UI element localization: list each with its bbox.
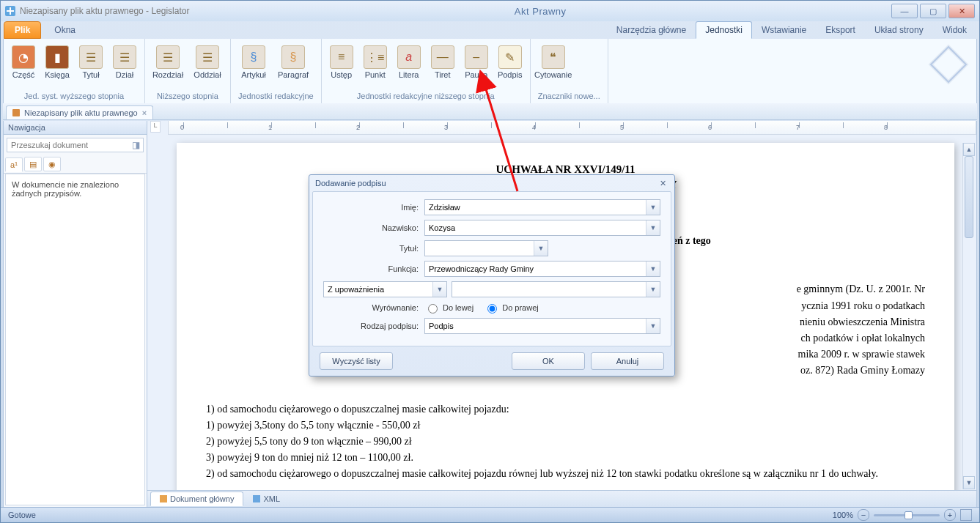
zoom-slider[interactable] (874, 514, 940, 516)
btn-oddzial[interactable]: ☰Oddział (189, 43, 226, 81)
btn-cytowanie[interactable]: ❝Cytowanie (535, 43, 572, 81)
chevron-down-icon[interactable]: ▼ (646, 262, 660, 276)
ribbon-tab-widok[interactable]: Widok (933, 21, 976, 39)
tytul-label: Tytuł: (323, 244, 424, 253)
ribbon-group-title-1: Jed. syst. wyższego stopnia (8, 90, 140, 102)
rodzaj-input[interactable] (425, 319, 646, 333)
chevron-down-icon[interactable]: ▼ (534, 241, 548, 256)
btn-rozdzial[interactable]: ☰Rozdział (150, 43, 186, 81)
svg-marker-1 (931, 47, 966, 82)
nav-title: Nawigacja (4, 121, 147, 135)
ribbon-tabs: Narzędzia główne Jednostki Wstawianie Ek… (607, 21, 976, 39)
nav-tab-2[interactable]: ▤ (24, 157, 42, 171)
minimize-button[interactable]: — (891, 4, 918, 18)
zup-value-combo[interactable]: ▼ (452, 281, 660, 297)
ribbon-tab-narzedzia[interactable]: Narzędzia główne (607, 21, 696, 39)
btn-punkt[interactable]: ⋮≡Punkt (360, 43, 391, 81)
btn-podpis[interactable]: ✎Podpis (495, 43, 526, 81)
nav-tab-1[interactable]: a¹ (5, 157, 23, 172)
nazwisko-input[interactable] (425, 220, 646, 235)
title-context: Akt Prawny (189, 6, 891, 17)
btn-litera[interactable]: aLitera (394, 43, 424, 81)
chevron-down-icon[interactable]: ▼ (432, 282, 446, 297)
scroll-up-icon[interactable]: ▲ (963, 143, 975, 156)
rodzaj-combo[interactable]: ▼ (424, 318, 660, 334)
ok-button[interactable]: OK (512, 352, 585, 370)
funkcja-input[interactable] (425, 262, 646, 276)
status-text: Gotowe (8, 511, 36, 519)
btab-main[interactable]: Dokument główny (150, 492, 243, 506)
tytul-input[interactable] (425, 241, 534, 256)
eraser-icon[interactable]: ◨ (128, 138, 143, 152)
cancel-button[interactable]: Anuluj (591, 352, 664, 370)
ribbon-tab-wstawianie[interactable]: Wstawianie (752, 21, 816, 39)
doc-p2: 1) powyżej 3,5tony do 5,5 tony włącznie … (206, 419, 925, 432)
zoom-out-icon[interactable]: − (858, 509, 869, 521)
dialog-title: Dodawanie podpisu (315, 179, 386, 188)
nav-tab-3[interactable]: ◉ (43, 157, 61, 171)
scroll-thumb[interactable] (965, 156, 973, 238)
chevron-down-icon[interactable]: ▼ (646, 220, 660, 235)
zup-input[interactable] (324, 282, 432, 297)
nav-pane: Nawigacja ◨ a¹ ▤ ◉ W dokumencie nie znal… (3, 121, 147, 508)
doc-p1: 1) od samochodu ciężarowego o dopuszczal… (206, 403, 925, 416)
chevron-down-icon[interactable]: ▼ (646, 200, 660, 215)
imie-input[interactable] (425, 200, 646, 215)
zupowaznienia-combo[interactable]: ▼ (323, 281, 447, 297)
funkcja-combo[interactable]: ▼ (424, 261, 660, 277)
nazwisko-combo[interactable]: ▼ (424, 220, 660, 236)
zup-value-input[interactable] (452, 282, 646, 297)
chevron-down-icon[interactable]: ▼ (646, 282, 660, 297)
tytul-combo[interactable]: ▼ (424, 240, 548, 256)
btn-czesc[interactable]: ◔Część (8, 43, 39, 81)
imie-label: Imię: (323, 203, 424, 212)
scroll-down-icon[interactable]: ▼ (963, 476, 975, 489)
ruler-corner: L (150, 121, 161, 133)
btn-ustep[interactable]: ≡Ustęp (326, 43, 357, 81)
btn-tytul[interactable]: ☰Tytuł (75, 43, 106, 81)
imie-combo[interactable]: ▼ (424, 199, 660, 215)
btab-xml[interactable]: XML (243, 492, 290, 506)
chevron-down-icon[interactable]: ▼ (646, 319, 660, 333)
dialog-close-icon[interactable]: ✕ (657, 177, 668, 189)
ribbon-group-title-2: Niższego stopnia (150, 90, 226, 102)
funkcja-label: Funkcja: (323, 264, 424, 273)
ribbon-tab-uklad[interactable]: Układ strony (865, 21, 933, 39)
ribbon-tab-jednostki[interactable]: Jednostki (696, 21, 752, 39)
ribbon-group-title-3: Jednostki redakcyjne (235, 90, 317, 102)
btn-paragraf[interactable]: §Paragraf (275, 43, 312, 81)
radio-right[interactable]: Do prawej (484, 302, 539, 314)
app-icon (5, 6, 15, 16)
radio-left[interactable]: Do lewej (424, 302, 474, 314)
nazwisko-label: Nazwisko: (323, 223, 424, 232)
btn-tiret[interactable]: —Tiret (427, 43, 458, 81)
btn-artykul[interactable]: §Artykuł (235, 43, 272, 81)
btn-pauza[interactable]: –Pauza (461, 43, 492, 81)
menu-okna[interactable]: Okna (44, 22, 86, 38)
btn-dzial[interactable]: ☰Dział (109, 43, 140, 81)
statusbar: Gotowe 100% − + (1, 507, 979, 522)
ribbon-group-title-4: Jednostki redakcyjne niższego stopnia (326, 90, 526, 102)
zoom-in-icon[interactable]: + (944, 509, 956, 521)
wyrownanie-label: Wyrównanie: (323, 303, 424, 312)
ribbon: ◔Część ▮Księga ☰Tytuł ☰Dział Jed. syst. … (3, 39, 977, 104)
fullscreen-icon[interactable] (960, 509, 972, 521)
doc-p5: 2) od samochodu ciężarowego o dopuszczal… (206, 467, 925, 481)
ribbon-tab-eksport[interactable]: Eksport (816, 21, 865, 39)
maximize-button[interactable]: ▢ (920, 4, 946, 18)
vertical-scrollbar[interactable]: ▲ ▼ (962, 143, 975, 489)
ruler[interactable]: 012345678 (168, 121, 976, 135)
doc-p4: 3) powyżej 9 ton do mniej niż 12 ton – 1… (206, 451, 925, 464)
ribbon-group-title-5: Znaczniki nowe... (535, 90, 603, 102)
btn-ksiega[interactable]: ▮Księga (42, 43, 73, 81)
doc-main-icon (160, 495, 167, 502)
nav-search[interactable]: ◨ (7, 138, 144, 152)
svg-marker-0 (931, 47, 966, 82)
file-tab[interactable]: Plik (4, 21, 41, 39)
app-logo-icon (925, 41, 972, 88)
clear-lists-button[interactable]: Wyczyść listy (320, 352, 393, 370)
nav-search-input[interactable] (7, 138, 128, 152)
nav-body: W dokumencie nie znaleziono żadnych przy… (5, 174, 145, 505)
bottom-tabs: Dokument główny XML (147, 490, 976, 507)
close-button[interactable]: ✕ (948, 4, 975, 18)
